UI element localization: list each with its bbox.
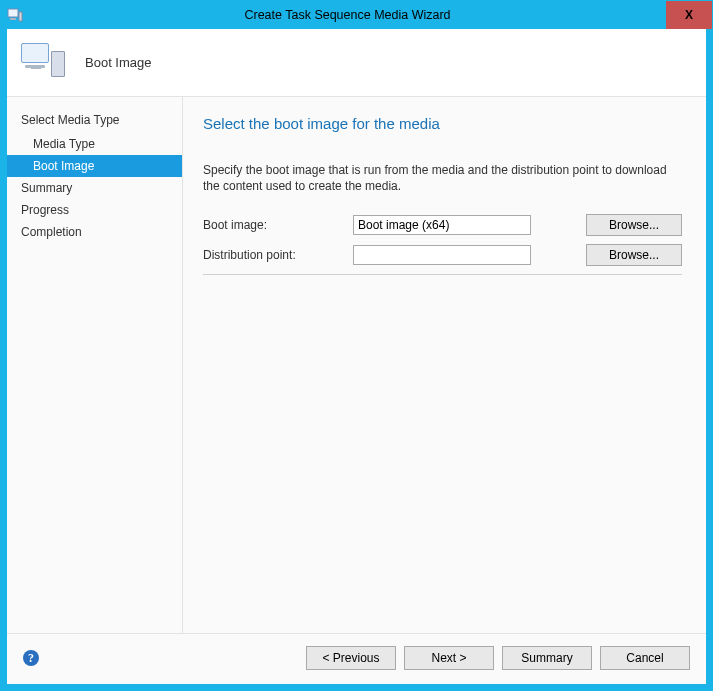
svg-rect-2 [10, 18, 16, 20]
boot-image-input[interactable] [353, 215, 531, 235]
computer-icon [21, 39, 69, 87]
help-icon[interactable]: ? [23, 650, 39, 666]
svg-rect-1 [19, 12, 22, 21]
boot-image-label: Boot image: [203, 218, 353, 232]
cancel-button[interactable]: Cancel [600, 646, 690, 670]
footer-buttons: < Previous Next > Summary Cancel [306, 646, 690, 670]
app-icon [1, 1, 29, 29]
sidebar-item-progress[interactable]: Progress [7, 199, 182, 221]
separator [203, 274, 682, 275]
svg-rect-0 [8, 9, 18, 17]
window-title: Create Task Sequence Media Wizard [29, 1, 666, 29]
window-client-area: Boot Image Select Media Type Media Type … [1, 29, 712, 690]
main-panel: Select the boot image for the media Spec… [183, 97, 706, 633]
sidebar-group-label: Select Media Type [7, 113, 182, 133]
sidebar-item-media-type[interactable]: Media Type [7, 133, 182, 155]
boot-image-browse-button[interactable]: Browse... [586, 214, 682, 236]
page-title: Boot Image [85, 55, 152, 70]
distribution-point-label: Distribution point: [203, 248, 353, 262]
main-description: Specify the boot image that is run from … [203, 162, 682, 194]
body: Select Media Type Media Type Boot Image … [7, 97, 706, 633]
previous-button[interactable]: < Previous [306, 646, 396, 670]
page-header: Boot Image [7, 29, 706, 97]
sidebar-item-completion[interactable]: Completion [7, 221, 182, 243]
next-button[interactable]: Next > [404, 646, 494, 670]
row-boot-image: Boot image: Browse... [203, 214, 682, 236]
distribution-point-input[interactable] [353, 245, 531, 265]
sidebar-item-boot-image[interactable]: Boot Image [7, 155, 182, 177]
sidebar: Select Media Type Media Type Boot Image … [7, 97, 183, 633]
summary-button[interactable]: Summary [502, 646, 592, 670]
row-distribution-point: Distribution point: Browse... [203, 244, 682, 266]
distribution-point-browse-button[interactable]: Browse... [586, 244, 682, 266]
main-heading: Select the boot image for the media [203, 115, 682, 132]
close-button[interactable]: X [666, 1, 712, 29]
footer: ? < Previous Next > Summary Cancel [7, 633, 706, 684]
form: Boot image: Browse... Distribution point… [203, 214, 682, 275]
titlebar: Create Task Sequence Media Wizard X [1, 1, 712, 29]
sidebar-item-summary[interactable]: Summary [7, 177, 182, 199]
